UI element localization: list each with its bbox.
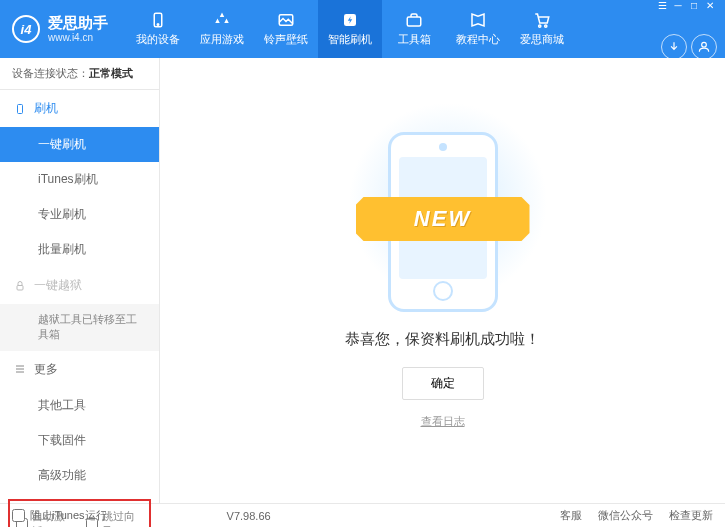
user-icon (697, 40, 711, 54)
sidebar-item-pro[interactable]: 专业刷机 (0, 197, 159, 232)
new-ribbon: NEW (356, 197, 530, 241)
svg-point-1 (157, 24, 159, 26)
image-icon (277, 11, 295, 29)
sidebar-section-more[interactable]: 更多 (0, 351, 159, 388)
flash-icon (341, 11, 359, 29)
footer-update[interactable]: 检查更新 (669, 508, 713, 523)
svg-rect-8 (18, 104, 23, 113)
sidebar-item-itunes[interactable]: iTunes刷机 (0, 162, 159, 197)
main-nav: 我的设备 应用游戏 铃声壁纸 智能刷机 工具箱 教程中心 爱思商城 (126, 0, 574, 58)
success-message: 恭喜您，保资料刷机成功啦！ (345, 330, 540, 349)
nav-apps[interactable]: 应用游戏 (190, 0, 254, 58)
jailbreak-notice: 越狱工具已转移至工具箱 (0, 304, 159, 351)
logo-title: 爱思助手 (48, 15, 108, 32)
window-controls: ☰ ─ □ ✕ (655, 0, 717, 12)
nav-tutorials[interactable]: 教程中心 (446, 0, 510, 58)
svg-point-5 (539, 25, 541, 27)
sidebar-item-batch[interactable]: 批量刷机 (0, 232, 159, 267)
maximize-icon[interactable]: □ (687, 0, 701, 12)
nav-my-device[interactable]: 我的设备 (126, 0, 190, 58)
sidebar-section-flash[interactable]: 刷机 (0, 90, 159, 127)
footer-support[interactable]: 客服 (560, 508, 582, 523)
sidebar: 设备连接状态：正常模式 刷机 一键刷机 iTunes刷机 专业刷机 批量刷机 一… (0, 58, 160, 503)
ok-button[interactable]: 确定 (402, 367, 484, 400)
view-log-link[interactable]: 查看日志 (421, 414, 465, 429)
device-icon (149, 11, 167, 29)
download-icon (667, 40, 681, 54)
logo-icon: i4 (12, 15, 40, 43)
sidebar-item-other[interactable]: 其他工具 (0, 388, 159, 423)
nav-ringtones[interactable]: 铃声壁纸 (254, 0, 318, 58)
checkbox-block-itunes[interactable]: 阻止iTunes运行 (12, 508, 107, 523)
nav-toolbox[interactable]: 工具箱 (382, 0, 446, 58)
main-content: NEW 恭喜您，保资料刷机成功啦！ 确定 查看日志 (160, 58, 725, 503)
nav-store[interactable]: 爱思商城 (510, 0, 574, 58)
user-button[interactable] (691, 34, 717, 60)
svg-point-7 (702, 42, 707, 47)
menu-icon[interactable]: ☰ (655, 0, 669, 12)
sidebar-item-firmware[interactable]: 下载固件 (0, 423, 159, 458)
footer-wechat[interactable]: 微信公众号 (598, 508, 653, 523)
connection-status: 设备连接状态：正常模式 (0, 58, 159, 90)
version-label: V7.98.66 (227, 510, 271, 522)
svg-point-6 (545, 25, 547, 27)
sidebar-item-oneclick[interactable]: 一键刷机 (0, 127, 159, 162)
nav-flash[interactable]: 智能刷机 (318, 0, 382, 58)
svg-rect-4 (407, 17, 421, 26)
toolbox-icon (405, 11, 423, 29)
phone-icon (14, 103, 26, 115)
sidebar-section-jailbreak[interactable]: 一键越狱 (0, 267, 159, 304)
close-icon[interactable]: ✕ (703, 0, 717, 12)
minimize-icon[interactable]: ─ (671, 0, 685, 12)
sidebar-item-advanced[interactable]: 高级功能 (0, 458, 159, 493)
list-icon (14, 363, 26, 375)
download-button[interactable] (661, 34, 687, 60)
app-logo: i4 爱思助手 www.i4.cn (12, 15, 108, 43)
apps-icon (213, 11, 231, 29)
logo-subtitle: www.i4.cn (48, 32, 108, 43)
cart-icon (533, 11, 551, 29)
app-header: i4 爱思助手 www.i4.cn 我的设备 应用游戏 铃声壁纸 智能刷机 工具… (0, 0, 725, 58)
svg-rect-9 (17, 285, 23, 290)
book-icon (469, 11, 487, 29)
lock-icon (14, 280, 26, 292)
success-illustration: NEW (388, 132, 498, 312)
